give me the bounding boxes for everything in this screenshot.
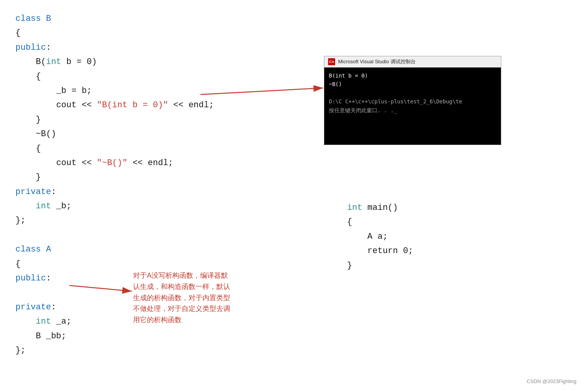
code-main: int main() { A a; return 0; } xyxy=(347,201,413,273)
console-app-icon: CA xyxy=(328,58,335,65)
annotation-text: 对于A没写析构函数，编译器默认生成，和构造函数一样，默认生成的析构函数，对于内置… xyxy=(133,270,233,326)
console-line-3 xyxy=(329,89,496,97)
watermark: CSDN @2023Fighting xyxy=(527,378,576,384)
console-window: CA Microsoft Visual Studio 调试控制台 B(int b… xyxy=(324,56,501,145)
console-line-1: B(int b = 0) xyxy=(329,71,496,80)
console-title: Microsoft Visual Studio 调试控制台 xyxy=(338,58,416,65)
console-line-5: 按任意键关闭此窗口. . ._ xyxy=(329,106,496,115)
console-line-4: D:\C C++\c++\cplus-plus\test_2_6\Debug\t… xyxy=(329,97,496,106)
code-area-right: int main() { A a; return 0; } xyxy=(347,201,413,273)
code-class-b: class B { public: B(int b = 0) { _b = b;… xyxy=(15,12,214,228)
console-titlebar: CA Microsoft Visual Studio 调试控制台 xyxy=(324,56,501,68)
console-line-2: ~B() xyxy=(329,80,496,88)
console-body: B(int b = 0) ~B() D:\C C++\c++\cplus-plu… xyxy=(324,68,501,145)
